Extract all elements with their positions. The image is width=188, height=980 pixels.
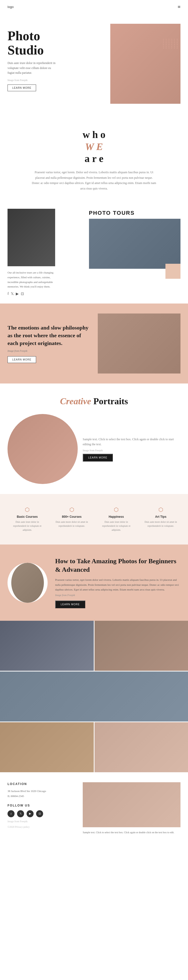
footer: LOCATION 38 Jackson Blvd Ste 1020 Chicag…	[0, 772, 188, 840]
happiness-icon: ⬡	[98, 506, 135, 513]
portraits-description: Sample text. Click to select the text bo…	[83, 437, 180, 447]
basic-courses-desc: Duis aute irure dolor in reprehenderit i…	[9, 520, 46, 532]
howto-man-image	[11, 563, 44, 603]
portraits-content: Sample text. Click to select the text bo…	[8, 414, 180, 484]
quote-learn-more-button[interactable]: LEARN MORE	[8, 356, 36, 363]
gallery-image-3	[0, 671, 188, 722]
features-section: ⬡ Basic Courses Duis aute irure dolor in…	[0, 494, 188, 544]
happiness-desc: Duis aute irure dolor in reprehenderit i…	[98, 520, 135, 532]
advanced-courses-desc: Duis aute more dolor sit amet in reprehe…	[53, 520, 90, 528]
instagram-icon[interactable]: ⊡	[21, 291, 24, 296]
happiness-title: Happiness	[98, 515, 135, 519]
footer-follow-title: FOLLOW US	[8, 804, 73, 807]
footer-instagram-icon[interactable]: ⊡	[36, 810, 43, 817]
feature-advanced-courses: ⬡ 800+ Courses Duis aute more dolor sit …	[50, 501, 94, 537]
hero-dots-decoration	[163, 39, 180, 56]
basic-courses-icon: ⬡	[9, 506, 46, 513]
gallery-image-1	[0, 621, 94, 671]
quote-source: Image from Freepik	[8, 350, 90, 352]
hero-image-wrap	[96, 24, 180, 104]
howto-section: How to Take Amazing Photos for Beginners…	[0, 544, 188, 621]
portraits-title: Creative Portraits	[8, 396, 180, 407]
feature-art-tips: ⬡ Art Tips Duis aute more dolor sit amet…	[139, 501, 183, 537]
howto-description: Praesent varius tortor, eget lorem dolor…	[55, 578, 180, 592]
art-tips-title: Art Tips	[142, 515, 180, 519]
footer-laptop-image	[83, 782, 180, 827]
howto-avatar-circle	[8, 563, 48, 603]
basic-courses-title: Basic Courses	[9, 515, 46, 519]
twitter-icon[interactable]: 𝕏	[11, 291, 14, 296]
hero-image	[110, 24, 180, 104]
tours-mountain-image	[89, 219, 180, 269]
quote-text-block: The emotions and slow philosophy as the …	[8, 324, 90, 363]
howto-title: How to Take Amazing Photos for Beginners…	[55, 557, 180, 574]
hero-image-source: Image from Freepik	[8, 79, 92, 81]
portraits-curly-image	[8, 414, 78, 484]
art-tips-icon: ⬡	[142, 506, 180, 513]
tours-title: PHOTO TOURS	[89, 210, 180, 216]
footer-location-col: LOCATION 38 Jackson Blvd Ste 1020 Chicag…	[8, 782, 73, 835]
hero-text-block: Photo Studio Duis aute irure dolor in re…	[8, 24, 96, 104]
who-title: w h o W E a r e	[15, 129, 173, 165]
gallery-item-2	[95, 621, 188, 671]
hero-section: Photo Studio Duis aute irure dolor in re…	[0, 14, 188, 114]
youtube-icon[interactable]: ▶	[16, 291, 19, 296]
howto-text-block: How to Take Amazing Photos for Beginners…	[55, 557, 180, 608]
footer-phone: IL 60604-2345	[8, 794, 73, 799]
footer-right-col: Sample text. Click to select the text bo…	[83, 782, 180, 835]
tours-phone-image	[8, 209, 55, 266]
footer-facebook-icon[interactable]: f	[8, 810, 14, 817]
hero-title: Photo Studio	[8, 29, 92, 57]
quote-text: The emotions and slow philosophy as the …	[8, 324, 90, 347]
logo: logo	[8, 5, 14, 9]
gallery-image-5	[95, 722, 188, 772]
footer-youtube-icon[interactable]: ▶	[27, 810, 34, 817]
navigation: logo ≡	[0, 0, 188, 14]
tours-right-block: PHOTO TOURS	[89, 209, 180, 279]
quote-section: The emotions and slow philosophy as the …	[0, 304, 188, 383]
facebook-icon[interactable]: f	[8, 291, 9, 296]
portraits-learn-more-button[interactable]: LEARN MORE	[83, 454, 113, 461]
hero-description: Duis aute irure dolor in reprehenderit i…	[8, 61, 58, 75]
footer-copyright: ©2020 Privacy policy	[8, 825, 73, 829]
advanced-courses-icon: ⬡	[53, 506, 90, 513]
gallery-item-1	[0, 621, 94, 671]
who-description: Praesent varius tortor, eget lorem. Dolo…	[31, 170, 157, 191]
portraits-source: Image from Freepik	[83, 449, 180, 452]
tours-description: Our all-inclusive tours are a life chang…	[8, 270, 55, 289]
howto-source: Image from Freepik	[55, 594, 180, 597]
gallery-image-4	[0, 722, 94, 772]
tours-left-block: Our all-inclusive tours are a life chang…	[8, 209, 84, 296]
feature-basic-courses: ⬡ Basic Courses Duis aute irure dolor in…	[5, 501, 50, 537]
gallery-image-2	[95, 621, 188, 671]
footer-twitter-icon[interactable]: 𝕏	[17, 810, 24, 817]
howto-learn-more-button[interactable]: LEARN MORE	[55, 600, 85, 608]
advanced-courses-title: 800+ Courses	[53, 515, 90, 519]
footer-social-links: f 𝕏 ▶ ⊡	[8, 810, 73, 817]
gallery-item-4	[0, 722, 94, 772]
tours-right-accent	[166, 264, 180, 279]
art-tips-desc: Duis aute more dolor sit amet in reprehe…	[142, 520, 180, 528]
footer-location-title: LOCATION	[8, 782, 73, 786]
tours-section: Our all-inclusive tours are a life chang…	[0, 201, 188, 304]
footer-address: 38 Jackson Blvd Ste 1020 Chicago	[8, 789, 73, 794]
portraits-section: Creative Portraits Sample text. Click to…	[0, 383, 188, 492]
gallery-item-3-wide	[0, 671, 188, 722]
footer-note: Sample text. Click to select the text bo…	[83, 830, 180, 835]
feature-happiness: ⬡ Happiness Duis aute irure dolor in rep…	[94, 501, 139, 537]
gallery-section	[0, 621, 188, 772]
footer-image-source: Image from Freepik	[8, 819, 73, 824]
hero-learn-more-button[interactable]: LEARN MORE	[8, 84, 36, 91]
tours-social-links: f 𝕏 ▶ ⊡	[8, 291, 84, 296]
quote-friends-image	[98, 313, 180, 374]
portraits-text-block: Sample text. Click to select the text bo…	[83, 437, 180, 461]
who-section: w h o W E a r e Praesent varius tortor, …	[0, 114, 188, 201]
hamburger-icon[interactable]: ≡	[178, 4, 180, 10]
gallery-item-5	[95, 722, 188, 772]
